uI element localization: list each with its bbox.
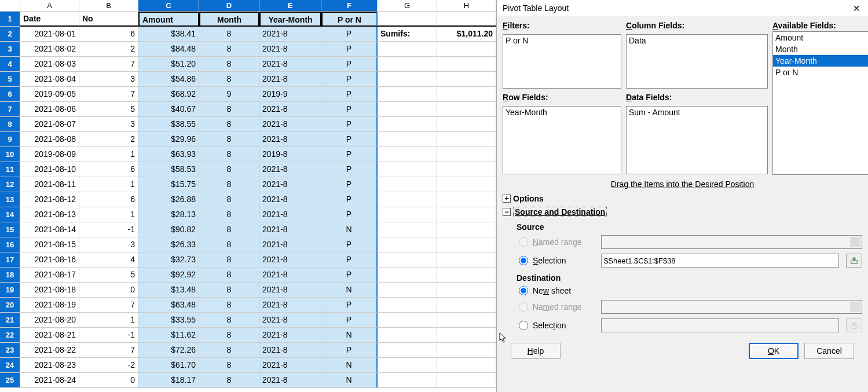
cell[interactable]: $33.55 [138, 313, 199, 328]
cell[interactable]: 2021-8 [259, 358, 321, 373]
cell[interactable]: 2021-8 [259, 57, 321, 72]
cell[interactable]: 8 [199, 147, 259, 162]
col-header-C[interactable]: C [138, 0, 199, 12]
cell[interactable] [378, 12, 437, 27]
cell[interactable]: $38.41 [138, 27, 199, 42]
cell[interactable]: 8 [199, 177, 259, 192]
cell[interactable]: -1 [79, 222, 138, 237]
cell[interactable]: 2021-8 [259, 283, 321, 298]
list-item[interactable]: P or N [503, 35, 621, 46]
cell[interactable]: 5 [79, 268, 138, 283]
cell[interactable]: $29.96 [138, 132, 199, 147]
cell[interactable]: 2021-08-06 [20, 102, 79, 117]
col-header-G[interactable]: G [378, 0, 437, 12]
cell[interactable] [437, 72, 496, 87]
source-selection-radio[interactable] [519, 256, 528, 265]
cell[interactable]: $63.48 [138, 298, 199, 313]
filters-listbox[interactable]: P or N [503, 34, 621, 89]
cell[interactable]: 2019-09-05 [20, 87, 79, 102]
cell[interactable] [437, 373, 496, 388]
cell[interactable]: 2021-8 [259, 298, 321, 313]
cell[interactable]: $54.86 [138, 72, 199, 87]
cell[interactable]: 2021-8 [259, 177, 321, 192]
cell[interactable]: P [321, 117, 378, 132]
row-header[interactable]: 4 [0, 57, 20, 72]
cell[interactable] [437, 42, 496, 57]
cell[interactable]: P [321, 207, 378, 222]
shrink-icon[interactable] [846, 254, 862, 268]
cell[interactable]: 8 [199, 192, 259, 207]
cell[interactable]: 2021-08-08 [20, 132, 79, 147]
cell[interactable]: 2021-08-20 [20, 313, 79, 328]
cell[interactable]: P [321, 162, 378, 177]
cell[interactable]: $11.62 [138, 328, 199, 343]
cell[interactable]: 8 [199, 102, 259, 117]
cell[interactable]: P [321, 27, 378, 42]
cell[interactable] [378, 373, 437, 388]
row-header[interactable]: 12 [0, 177, 20, 192]
cell[interactable] [437, 358, 496, 373]
cell[interactable]: 2021-08-18 [20, 283, 79, 298]
row-header[interactable]: 8 [0, 117, 20, 132]
cell[interactable]: 2021-08-15 [20, 237, 79, 252]
row-header[interactable]: 9 [0, 132, 20, 147]
list-item[interactable]: Month [773, 43, 868, 55]
cell[interactable]: 2021-8 [259, 313, 321, 328]
cell[interactable]: 7 [79, 87, 138, 102]
cell[interactable] [437, 298, 496, 313]
col-header-H[interactable]: H [437, 0, 496, 12]
cell[interactable]: 0 [79, 283, 138, 298]
cell[interactable] [378, 162, 437, 177]
cell[interactable] [378, 177, 437, 192]
cell[interactable]: P [321, 237, 378, 252]
cell[interactable]: 8 [199, 57, 259, 72]
cell[interactable]: P [321, 177, 378, 192]
cell[interactable]: 2021-8 [259, 373, 321, 388]
cell[interactable]: $51.20 [138, 57, 199, 72]
cell[interactable]: Sumifs: [378, 27, 437, 42]
cell[interactable]: 2021-8 [259, 102, 321, 117]
cell[interactable]: 8 [199, 298, 259, 313]
col-header-F[interactable]: F [321, 0, 378, 12]
cell[interactable]: 2019-08-09 [20, 147, 79, 162]
cell[interactable]: 2021-8 [259, 192, 321, 207]
row-header[interactable]: 23 [0, 343, 20, 358]
cell[interactable] [437, 102, 496, 117]
cell[interactable]: $18.17 [138, 373, 199, 388]
cell[interactable]: P or N [321, 12, 378, 27]
row-header[interactable]: 21 [0, 313, 20, 328]
cell[interactable]: $15.75 [138, 177, 199, 192]
cell[interactable] [378, 207, 437, 222]
cell[interactable]: 1 [79, 177, 138, 192]
cell[interactable]: 6 [79, 192, 138, 207]
options-expander[interactable]: + Options [503, 192, 862, 205]
cell[interactable]: 1 [79, 313, 138, 328]
cancel-button[interactable]: Cancel [804, 343, 854, 359]
cell[interactable] [378, 147, 437, 162]
cell[interactable]: 8 [199, 42, 259, 57]
cell[interactable]: 2021-08-21 [20, 328, 79, 343]
cell[interactable]: N [321, 373, 378, 388]
cell[interactable] [378, 132, 437, 147]
cell[interactable]: P [321, 343, 378, 358]
cell[interactable]: No [79, 12, 138, 27]
cell[interactable]: 2 [79, 42, 138, 57]
cell[interactable] [437, 192, 496, 207]
cell[interactable] [437, 252, 496, 268]
source-selection-input[interactable] [601, 254, 839, 268]
cell[interactable]: 7 [79, 343, 138, 358]
row-header[interactable]: 6 [0, 87, 20, 102]
cell[interactable]: 6 [79, 27, 138, 42]
cell[interactable] [378, 268, 437, 283]
help-button[interactable]: Help [511, 343, 561, 359]
cell[interactable]: 8 [199, 132, 259, 147]
list-item[interactable]: Data [627, 35, 767, 46]
cell[interactable] [437, 237, 496, 252]
cell[interactable]: N [321, 358, 378, 373]
cell[interactable]: 2021-08-17 [20, 268, 79, 283]
cell[interactable]: 2021-08-12 [20, 192, 79, 207]
list-item[interactable]: Amount [773, 32, 868, 43]
cell[interactable] [378, 328, 437, 343]
cell[interactable]: P [321, 132, 378, 147]
cell[interactable] [437, 283, 496, 298]
